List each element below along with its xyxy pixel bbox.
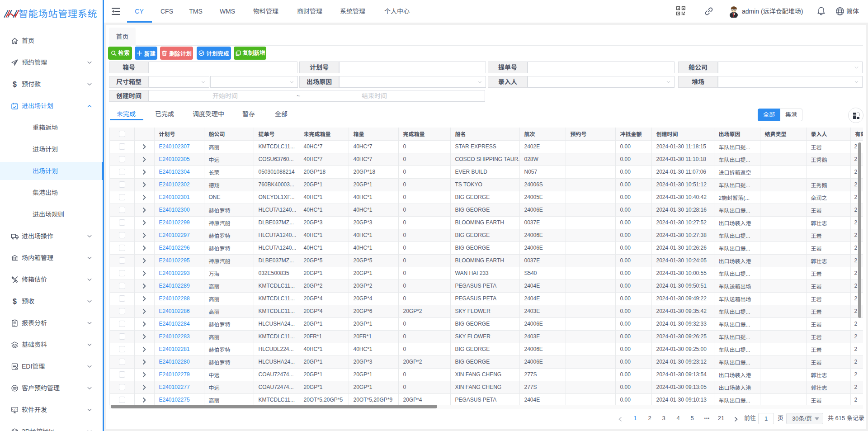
svg-text:</>: </> <box>12 408 18 412</box>
svg-text:$: $ <box>13 298 17 305</box>
svg-text:$: $ <box>13 81 17 88</box>
